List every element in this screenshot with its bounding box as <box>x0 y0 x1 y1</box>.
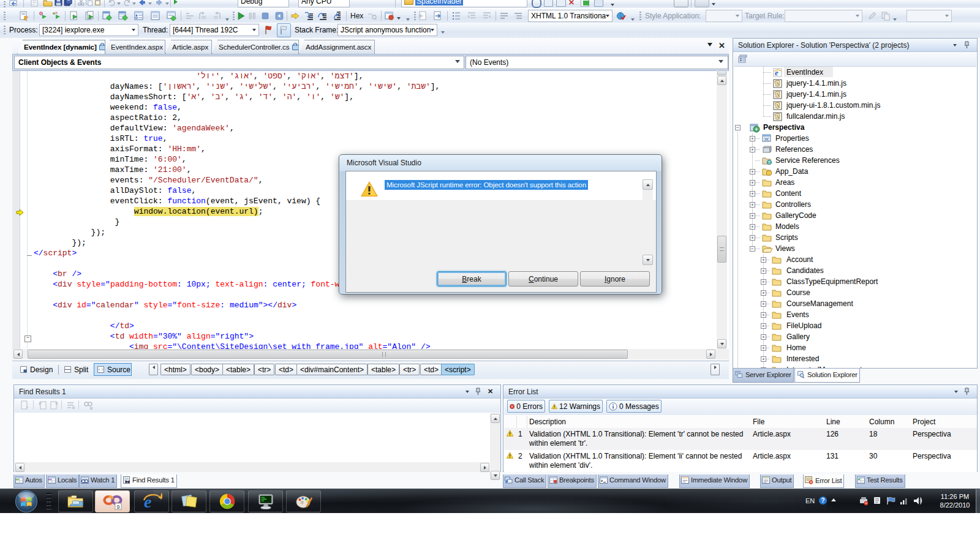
svg-text:e: e <box>775 68 778 77</box>
svg-text:9: 9 <box>116 504 119 510</box>
